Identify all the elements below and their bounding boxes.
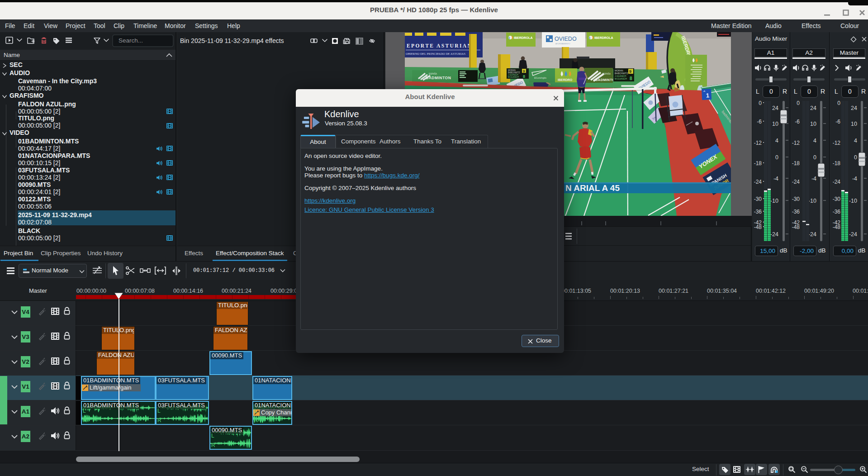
svg-text:-30: -30 (792, 196, 800, 202)
svg-text:ElCorteInglés: ElCorteInglés (534, 77, 547, 79)
svg-text:4: 4 (775, 138, 778, 144)
svg-text:N ARIAL A 45: N ARIAL A 45 (565, 183, 620, 193)
svg-text:-12: -12 (833, 140, 841, 146)
svg-text:4: 4 (854, 138, 857, 144)
svg-text:AYUNTAMIENTO: AYUNTAMIENTO (555, 43, 570, 45)
svg-text:8: 8 (630, 76, 632, 81)
svg-text:8: 8 (523, 74, 525, 79)
svg-text:-36: -36 (754, 209, 762, 215)
svg-text:0: 0 (775, 154, 778, 161)
svg-text:24: 24 (851, 105, 857, 111)
svg-text:0: 0 (759, 100, 762, 106)
svg-text:0: 0 (837, 100, 840, 106)
svg-text:IBERDROLA: IBERDROLA (514, 36, 533, 39)
svg-text:-24: -24 (808, 231, 816, 238)
svg-text:M.GUASCH: M.GUASCH (615, 77, 627, 80)
svg-text:-48: -48 (792, 224, 800, 230)
svg-text:-24: -24 (770, 231, 778, 238)
svg-text:0: 0 (797, 100, 800, 106)
svg-text:-24: -24 (849, 231, 857, 238)
svg-text:10: 10 (772, 121, 778, 127)
svg-text:-10: -10 (770, 198, 778, 204)
svg-text:BADMINTON: BADMINTON (426, 76, 451, 80)
svg-text:-30: -30 (833, 196, 841, 202)
svg-text:-12: -12 (792, 140, 800, 146)
svg-text:-36: -36 (833, 209, 841, 215)
svg-text:Search...: Search... (119, 37, 143, 44)
svg-text:24: 24 (772, 105, 778, 111)
svg-text:M.GUASCH: M.GUASCH (508, 76, 519, 78)
svg-text:-18: -18 (833, 160, 841, 167)
svg-text:-12: -12 (754, 140, 762, 146)
svg-text:9: 9 (523, 69, 525, 73)
svg-text:-4: -4 (852, 176, 857, 182)
svg-text:EPORTE ASTURIANO: EPORTE ASTURIANO (407, 43, 478, 48)
svg-text:-4: -4 (773, 176, 778, 182)
svg-text:ESPAÑA: ESPAÑA (429, 72, 437, 75)
svg-text:10: 10 (810, 121, 816, 127)
svg-text:ESPAÑA: ESPAÑA (602, 72, 611, 75)
svg-text:9: 9 (629, 69, 631, 74)
svg-text:-10: -10 (808, 198, 816, 204)
svg-text:-24: -24 (754, 179, 762, 185)
svg-text:24: 24 (810, 105, 816, 111)
svg-text:OBIERNO DEL PRINCIPADO DE ASTU: OBIERNO DEL PRINCIPADO DE ASTURIAS (406, 52, 465, 55)
svg-text:0: 0 (854, 154, 857, 161)
svg-text:-18: -18 (754, 160, 762, 167)
svg-text:-6: -6 (835, 119, 840, 125)
svg-text:-24: -24 (792, 179, 800, 185)
svg-text:-4: -4 (811, 176, 816, 182)
svg-text:-48: -48 (833, 224, 841, 230)
svg-text:IBERDRO: IBERDRO (558, 78, 573, 81)
svg-text:-6: -6 (795, 119, 800, 125)
svg-text:1: 1 (706, 92, 709, 99)
svg-text:-10: -10 (849, 198, 857, 204)
svg-text:10: 10 (851, 121, 857, 127)
svg-text:-30: -30 (754, 196, 762, 202)
svg-text:-18: -18 (792, 160, 800, 167)
svg-text:0: 0 (813, 154, 816, 161)
svg-text:-6: -6 (757, 119, 762, 125)
svg-text:-36: -36 (792, 209, 800, 215)
svg-text:IBERDROLA: IBERDROLA (594, 36, 613, 39)
svg-text:-48: -48 (754, 224, 762, 230)
svg-text:OVIEDO: OVIEDO (555, 36, 577, 42)
svg-text:-24: -24 (833, 179, 841, 185)
svg-text:4: 4 (813, 138, 816, 144)
